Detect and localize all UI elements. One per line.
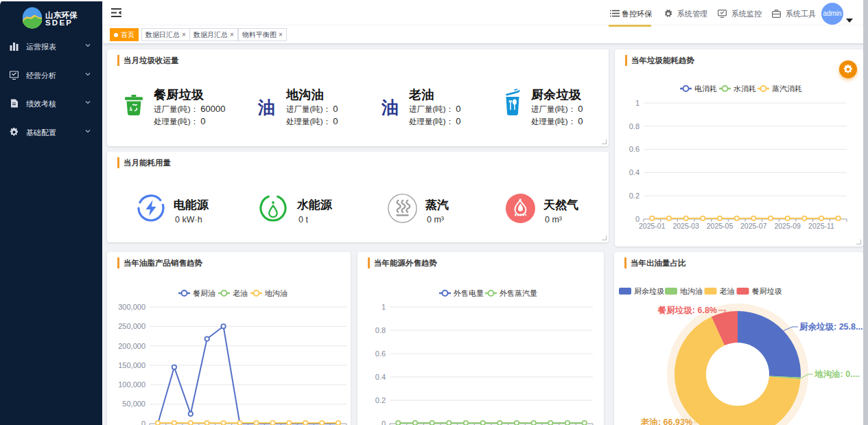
svg-text:0.8: 0.8 (629, 122, 640, 130)
svg-text:2025-11: 2025-11 (808, 222, 834, 230)
svg-text:地沟油: 地沟油 (264, 289, 288, 297)
svg-text:50,000: 50,000 (122, 400, 145, 408)
svg-text:0.4: 0.4 (629, 168, 640, 176)
svg-text:厨余垃圾: 厨余垃圾 (634, 287, 664, 295)
svg-text:蒸汽消耗: 蒸汽消耗 (772, 84, 802, 93)
svg-text:1: 1 (635, 99, 640, 107)
svg-text:0: 0 (141, 420, 145, 425)
svg-text:2025-01: 2025-01 (639, 222, 666, 230)
svg-text:2025-07: 2025-07 (740, 222, 767, 230)
svg-text:老油: 66.93%: 老油: 66.93% (640, 417, 692, 425)
svg-text:250,000: 250,000 (118, 322, 145, 330)
svg-text:2025-05: 2025-05 (707, 222, 734, 230)
svg-text:2025-09: 2025-09 (774, 222, 801, 230)
svg-text:外售蒸汽量: 外售蒸汽量 (500, 289, 537, 297)
svg-text:餐厨垃圾: 6.8%: 餐厨垃圾: 6.8% (657, 306, 717, 315)
svg-text:厨余垃圾: 25.8...: 厨余垃圾: 25.8... (799, 322, 863, 332)
svg-text:老油: 老油 (233, 289, 248, 297)
svg-text:地沟油: 0....: 地沟油: 0.... (814, 369, 860, 379)
svg-text:餐厨垃圾: 餐厨垃圾 (752, 287, 782, 295)
svg-text:150,000: 150,000 (118, 361, 145, 369)
svg-text:外售电量: 外售电量 (454, 289, 484, 297)
svg-text:1: 1 (382, 303, 386, 311)
svg-text:餐厨油: 餐厨油 (193, 289, 215, 297)
svg-text:老油: 老油 (720, 287, 735, 295)
svg-text:0.4: 0.4 (375, 373, 386, 381)
svg-text:地沟油: 地沟油 (679, 287, 703, 295)
svg-text:0.6: 0.6 (629, 145, 640, 153)
svg-text:100,000: 100,000 (118, 380, 145, 389)
svg-text:2025-03: 2025-03 (672, 222, 699, 230)
svg-text:0.2: 0.2 (375, 396, 386, 404)
svg-text:300,000: 300,000 (118, 303, 145, 311)
svg-text:电消耗: 电消耗 (694, 84, 717, 93)
svg-text:0: 0 (382, 420, 386, 425)
svg-text:200,000: 200,000 (118, 342, 145, 350)
svg-text:0.8: 0.8 (375, 326, 386, 334)
svg-text:0.6: 0.6 (375, 349, 386, 358)
svg-text:水消耗: 水消耗 (734, 84, 756, 93)
svg-text:0.2: 0.2 (629, 192, 640, 200)
